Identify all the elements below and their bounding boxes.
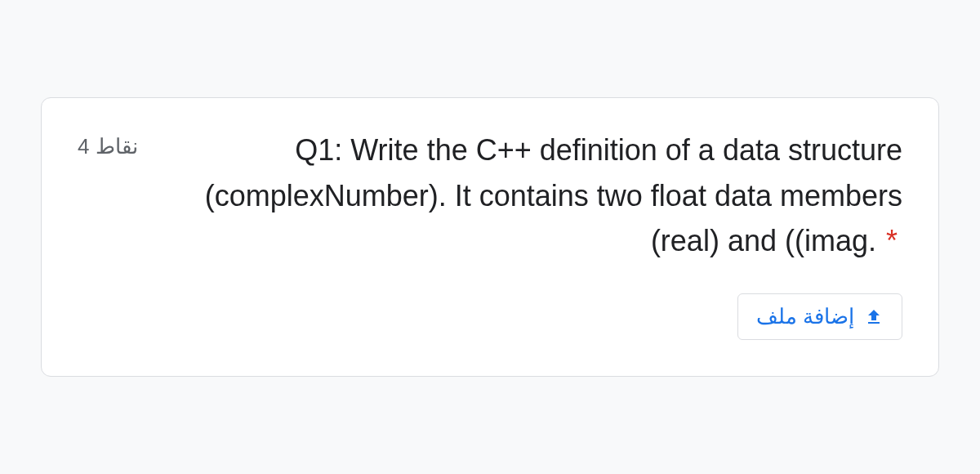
points-label: 4 نقاط xyxy=(78,127,151,159)
upload-icon xyxy=(864,307,884,327)
question-text: Q1: Write the C++ definition of a data s… xyxy=(190,127,902,264)
question-header: 4 نقاط Q1: Write the C++ definition of a… xyxy=(78,127,902,264)
question-body: Q1: Write the C++ definition of a data s… xyxy=(205,133,902,258)
question-card: 4 نقاط Q1: Write the C++ definition of a… xyxy=(41,97,939,377)
upload-row: إضافة ملف xyxy=(78,293,902,340)
add-file-label: إضافة ملف xyxy=(756,304,854,329)
add-file-button[interactable]: إضافة ملف xyxy=(737,293,902,340)
required-asterisk: * xyxy=(886,224,898,257)
